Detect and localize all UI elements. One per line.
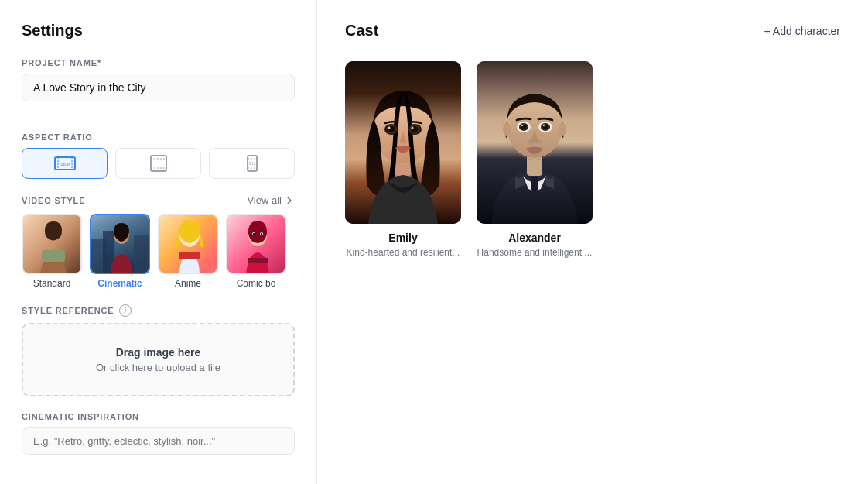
project-name-label: PROJECT NAME* xyxy=(22,58,295,67)
svg-point-58 xyxy=(535,140,542,144)
svg-rect-17 xyxy=(134,235,150,274)
emily-portrait-image xyxy=(345,61,461,224)
comic-thumbnail xyxy=(226,214,286,274)
cinematic-inspiration-label: CINEMATIC INSPIRATION xyxy=(22,412,295,421)
svg-rect-4 xyxy=(151,156,166,171)
aspect-ratio-section: ASPECT RATIO 16:9 xyxy=(22,132,295,179)
svg-point-43 xyxy=(412,127,414,129)
project-name-section: PROJECT NAME* xyxy=(22,58,295,117)
svg-point-55 xyxy=(521,125,524,127)
cast-header: Cast + Add character xyxy=(345,22,840,39)
style-thumb-comic[interactable]: Comic bo xyxy=(226,214,286,289)
aspect-icon-1-1 xyxy=(148,155,169,172)
dropzone-title: Drag image here xyxy=(39,346,278,359)
style-reference-section: STYLE REFERENCE i Drag image here Or cli… xyxy=(22,304,295,396)
svg-text:16:9: 16:9 xyxy=(60,162,70,166)
dropzone-sub: Or click here to upload a file xyxy=(39,362,278,373)
svg-rect-13 xyxy=(42,250,65,262)
anime-thumbnail xyxy=(158,214,218,274)
svg-point-56 xyxy=(543,125,545,127)
style-ref-label-row: STYLE REFERENCE i xyxy=(22,304,295,317)
aspect-btn-1-1[interactable] xyxy=(115,148,201,179)
add-character-button[interactable]: + Add character xyxy=(764,25,840,37)
cinematic-thumb-image xyxy=(91,215,150,274)
style-thumbnails-container: Standard xyxy=(22,214,295,289)
anime-label: Anime xyxy=(175,278,201,289)
character-card-emily[interactable]: Emily Kind-hearted and resilient... xyxy=(345,61,461,259)
svg-point-47 xyxy=(503,123,511,136)
style-thumb-anime[interactable]: Anime xyxy=(158,214,218,289)
standard-thumb-image xyxy=(23,215,82,274)
view-all-link[interactable]: View all xyxy=(247,194,295,206)
style-reference-info-icon[interactable]: i xyxy=(119,304,132,317)
style-thumb-cinematic[interactable]: Cinematic xyxy=(90,214,150,289)
chevron-right-icon xyxy=(284,195,295,206)
cinematic-inspiration-input[interactable] xyxy=(22,427,295,455)
alexander-photo xyxy=(477,61,593,224)
right-panel: Cast + Add character xyxy=(317,0,868,484)
standard-thumbnail xyxy=(22,214,82,274)
video-style-label: VIDEO STYLE xyxy=(22,196,85,205)
alexander-name: Alexander xyxy=(508,232,561,244)
emily-photo xyxy=(345,61,461,224)
svg-point-31 xyxy=(253,233,255,235)
svg-point-32 xyxy=(261,233,262,235)
comic-label: Comic bo xyxy=(237,278,276,289)
alexander-description: Handsome and intelligent ... xyxy=(477,246,593,259)
aspect-ratio-options: 16:9 9:16 xyxy=(22,148,295,179)
video-style-header: VIDEO STYLE View all xyxy=(22,194,295,206)
aspect-ratio-label: ASPECT RATIO xyxy=(22,132,295,142)
cast-grid: Emily Kind-hearted and resilient... xyxy=(345,61,840,259)
cinematic-thumbnail xyxy=(90,214,150,274)
svg-text:9:16: 9:16 xyxy=(248,162,255,166)
anime-thumb-image xyxy=(159,215,218,274)
alexander-portrait-image xyxy=(477,61,593,224)
aspect-btn-9-16[interactable]: 9:16 xyxy=(209,148,295,179)
style-reference-dropzone[interactable]: Drag image here Or click here to upload … xyxy=(22,323,295,396)
aspect-btn-16-9[interactable]: 16:9 xyxy=(22,148,108,179)
cinematic-inspiration-section: CINEMATIC INSPIRATION xyxy=(22,412,295,455)
left-panel: Settings PROJECT NAME* ASPECT RATIO 16:9 xyxy=(0,0,317,484)
aspect-icon-9-16: 9:16 xyxy=(241,155,263,172)
style-reference-label: STYLE REFERENCE xyxy=(22,306,114,315)
svg-rect-25 xyxy=(179,252,200,259)
aspect-icon-16-9: 16:9 xyxy=(54,155,76,172)
comic-thumb-image xyxy=(227,215,286,274)
standard-label: Standard xyxy=(33,278,71,289)
svg-rect-28 xyxy=(248,258,268,263)
emily-name: Emily xyxy=(388,232,417,244)
style-thumbnails: Standard xyxy=(22,214,295,289)
video-style-section: VIDEO STYLE View all xyxy=(22,194,295,289)
character-card-alexander[interactable]: Alexander Handsome and intelligent ... xyxy=(477,61,593,259)
svg-point-57 xyxy=(528,140,534,144)
project-name-input[interactable] xyxy=(22,74,295,101)
settings-title: Settings xyxy=(22,22,295,39)
svg-point-48 xyxy=(559,123,566,136)
cast-title: Cast xyxy=(345,22,378,39)
svg-point-39 xyxy=(388,127,391,129)
style-thumb-standard[interactable]: Standard xyxy=(22,214,82,289)
emily-description: Kind-hearted and resilient... xyxy=(347,246,460,259)
cinematic-label: Cinematic xyxy=(97,278,142,289)
